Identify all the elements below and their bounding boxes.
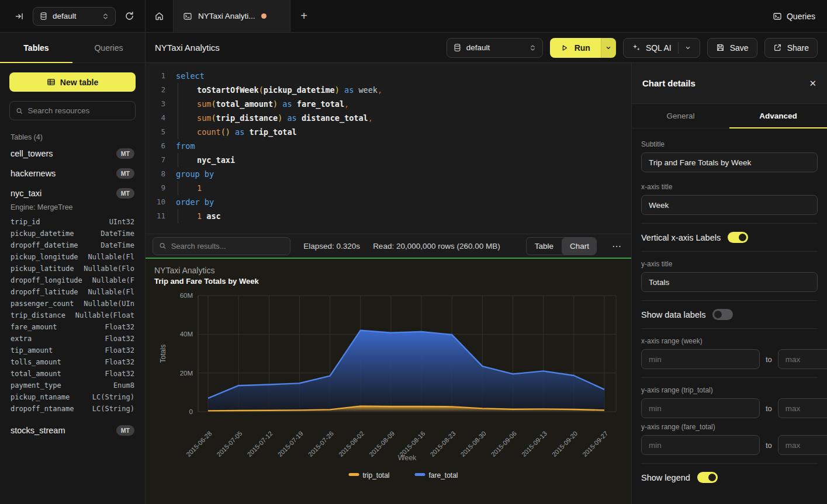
legend-label-fare_total[interactable]: fare_total (429, 471, 458, 479)
data-labels-toggle[interactable] (712, 309, 733, 320)
show-legend-toggle[interactable] (697, 472, 718, 483)
tab-queries[interactable]: Queries (72, 33, 145, 62)
run-button[interactable]: Run (550, 38, 616, 58)
editor-line[interactable]: 8group by (150, 167, 631, 181)
line-number: 1 (150, 69, 165, 83)
console-icon (183, 12, 192, 21)
home-tab[interactable] (146, 0, 174, 32)
collapse-sidebar-icon[interactable] (12, 9, 27, 24)
column-row: trip_distanceNullable(Float (9, 310, 136, 321)
x-tick-label: 2015-08-02 (337, 430, 365, 458)
play-icon (560, 44, 569, 52)
editor-line[interactable]: 1select (150, 69, 631, 83)
yrange-trip-min-input[interactable] (641, 398, 760, 418)
indent-guide (178, 83, 197, 97)
editor-line[interactable]: 4sum(trip_distance) as distance_total, (150, 111, 631, 125)
column-name: tip_amount (11, 345, 53, 356)
column-row: trip_idUInt32 (9, 216, 136, 228)
run-label: Run (575, 43, 590, 53)
save-button[interactable]: Save (707, 38, 757, 58)
token: trip_total (249, 127, 296, 137)
close-icon[interactable]: ✕ (809, 78, 816, 89)
token: 1 (197, 211, 202, 221)
yrange-fare-min-input[interactable] (641, 435, 760, 455)
editor-line[interactable]: 111 asc (150, 209, 631, 223)
results-search[interactable] (153, 237, 290, 255)
tab-general[interactable]: General (632, 104, 729, 128)
editor-line[interactable]: 5count() as trip_total (150, 125, 631, 139)
xrange-max-input[interactable] (778, 349, 827, 369)
tab-advanced[interactable]: Advanced (729, 104, 827, 128)
xrange-min-input[interactable] (641, 349, 760, 369)
sql-ai-button[interactable]: SQL AI (623, 38, 700, 58)
sql-editor[interactable]: 1select2toStartOfWeek(pickup_datetime) a… (146, 63, 631, 234)
view-toggle: Table Chart (526, 237, 597, 255)
x-tick-label: 2015-09-27 (581, 430, 609, 458)
token: as (344, 85, 354, 95)
column-type: Nullable(UIn (84, 298, 134, 310)
token: from (176, 141, 195, 151)
chart-details-title: Chart details (642, 78, 695, 88)
vertical-labels-toggle[interactable] (728, 232, 748, 243)
column-row: payment_typeEnum8 (9, 380, 136, 391)
table-row[interactable]: hackernewsMT (9, 164, 136, 183)
legend-swatch-fare_total[interactable] (415, 473, 425, 476)
view-chart-button[interactable]: Chart (562, 238, 597, 255)
xaxis-title-input[interactable] (641, 195, 818, 215)
legend-swatch-trip_total[interactable] (349, 473, 359, 476)
xaxis-title-label: x-axis title (641, 183, 818, 191)
new-tab-button[interactable]: + (290, 0, 317, 32)
query-tab[interactable]: NYTaxi Analyti... (174, 0, 290, 32)
database-icon (453, 43, 462, 52)
code-text: nyc_taxi (197, 153, 235, 167)
results-search-input[interactable] (171, 242, 285, 251)
run-options-caret[interactable] (601, 38, 616, 58)
column-name: pickup_latitude (11, 263, 74, 274)
editor-line[interactable]: 3sum(total_amount) as fare_total, (150, 97, 631, 111)
view-table-button[interactable]: Table (527, 238, 562, 255)
editor-line[interactable]: 91 (150, 181, 631, 195)
resource-search-input[interactable] (28, 106, 129, 115)
table-row[interactable]: nyc_taxiMT (9, 183, 136, 203)
search-icon (16, 107, 23, 115)
new-table-label: New table (60, 78, 98, 87)
x-tick-label: 2015-07-19 (276, 430, 304, 458)
editor-line[interactable]: 2toStartOfWeek(pickup_datetime) as week, (150, 83, 631, 97)
token: , (378, 85, 382, 95)
legend-label-trip_total[interactable]: trip_total (363, 471, 390, 479)
code-text: group by (176, 167, 214, 181)
yrange-fare-max-input[interactable] (778, 435, 827, 455)
indent-guide (178, 125, 197, 139)
column-type: LC(String) (92, 391, 134, 403)
sql-ai-caret[interactable] (678, 42, 691, 54)
table-name: nyc_taxi (11, 189, 41, 198)
code-text: 1 (197, 181, 202, 195)
database-selector[interactable]: default (33, 7, 116, 26)
token: total_amount (216, 99, 274, 109)
tab-tables[interactable]: Tables (0, 33, 72, 62)
yrange-trip-max-input[interactable] (778, 398, 827, 418)
editor-line[interactable]: 7nyc_taxi (150, 153, 631, 167)
editor-line[interactable]: 6from (150, 139, 631, 153)
y-axis-title: Totals (159, 345, 167, 363)
queries-button[interactable]: Queries (773, 12, 815, 21)
results-chart[interactable]: 020M40M60MTotals2015-06-282015-07-052015… (146, 259, 631, 504)
token: toStartOfWeek (197, 85, 259, 95)
yaxis-title-input[interactable] (641, 272, 818, 292)
more-options-icon[interactable]: ⋯ (610, 241, 624, 252)
column-row: tolls_amountFloat32 (9, 356, 136, 368)
editor-line[interactable]: 10order by (150, 195, 631, 209)
refresh-icon[interactable] (122, 9, 137, 24)
table-row[interactable]: cell_towersMT (9, 144, 136, 164)
table-name: cell_towers (11, 149, 53, 158)
to-label: to (766, 441, 772, 450)
share-button[interactable]: Share (764, 38, 818, 58)
table-row[interactable]: stocks_streamMT (9, 420, 136, 440)
column-name: pickup_ntaname (11, 391, 70, 403)
token: week (354, 85, 378, 95)
toolbar-database-selector[interactable]: default (447, 38, 543, 58)
subtitle-input[interactable] (641, 152, 818, 172)
save-label: Save (730, 43, 749, 53)
new-table-button[interactable]: New table (9, 72, 136, 92)
resource-search[interactable] (9, 101, 136, 120)
